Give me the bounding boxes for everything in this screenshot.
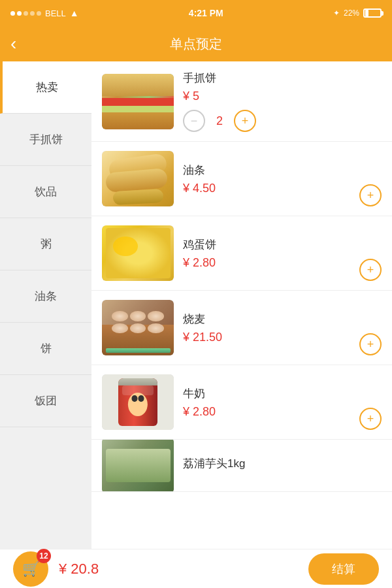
add-btn-2: +: [359, 184, 382, 206]
sidebar-label-porridge: 粥: [41, 237, 52, 252]
battery-percent: 22%: [344, 8, 359, 18]
carrier-label: BELL: [45, 8, 66, 18]
checkout-button[interactable]: 结算: [308, 553, 379, 585]
product-info-5: 牛奶 ¥ 2.80: [183, 386, 382, 419]
bottom-bar: 🛒 12 ¥ 20.8 结算: [0, 549, 392, 588]
sidebar-item-shouzhuabing[interactable]: 手抓饼: [0, 114, 91, 166]
product-list: 手抓饼 ¥ 5 − 2 + 油条 ¥ 4.50: [91, 61, 392, 549]
sidebar-item-porridge[interactable]: 粥: [0, 218, 91, 270]
product-item-6: 荔浦芋头1kg: [91, 440, 392, 492]
product-image-2: [102, 151, 174, 206]
product-name-5: 牛奶: [183, 386, 382, 401]
sidebar-label-hot: 热卖: [36, 80, 58, 95]
sidebar-item-youtiao[interactable]: 油条: [0, 270, 91, 323]
product-info-4: 烧麦 ¥ 21.50: [183, 312, 382, 344]
sidebar-label-fantuan: 饭团: [35, 393, 57, 408]
add-btn-3: +: [359, 259, 382, 281]
product-info-6: 荔浦芋头1kg: [183, 456, 382, 475]
product-info-3: 鸡蛋饼 ¥ 2.80: [183, 237, 382, 270]
status-bar: BELL ▲ 4:21 PM ✦ 22%: [0, 0, 392, 26]
add-btn-4: +: [359, 333, 382, 355]
cart-icon: 🛒: [22, 561, 40, 578]
product-item-2: 油条 ¥ 4.50 +: [91, 142, 392, 216]
sidebar-label-bing: 饼: [41, 341, 52, 356]
main-content: 热卖 手抓饼 饮品 粥 油条 饼 饭团: [0, 61, 392, 549]
sidebar-item-fantuan[interactable]: 饭团: [0, 375, 91, 427]
product-price-4: ¥ 21.50: [183, 331, 382, 344]
add-product-2[interactable]: +: [359, 184, 382, 206]
sidebar: 热卖 手抓饼 饮品 粥 油条 饼 饭团: [0, 61, 91, 549]
product-price-2: ¥ 4.50: [183, 182, 382, 195]
product-item-3: 鸡蛋饼 ¥ 2.80 +: [91, 216, 392, 291]
product-image-5: [102, 374, 174, 430]
qty-display-1: 2: [213, 114, 226, 128]
cart-badge: 12: [37, 549, 51, 563]
bluetooth-icon: ✦: [333, 8, 340, 18]
product-price-3: ¥ 2.80: [183, 256, 382, 270]
product-info-1: 手抓饼 ¥ 5 − 2 +: [183, 71, 382, 132]
cart-wrapper: 🛒 12: [13, 551, 48, 587]
add-product-4[interactable]: +: [359, 333, 382, 355]
battery-icon: [363, 8, 382, 18]
increase-btn-1[interactable]: +: [234, 110, 256, 132]
product-image-4: [102, 300, 174, 355]
product-image-1: [102, 74, 174, 129]
product-name-3: 鸡蛋饼: [183, 237, 382, 252]
product-price-5: ¥ 2.80: [183, 405, 382, 419]
product-name-2: 油条: [183, 163, 382, 178]
sidebar-label-youtiao: 油条: [35, 289, 57, 304]
signal-dots: [10, 11, 41, 16]
status-time: 4:21 PM: [189, 8, 223, 18]
sidebar-item-drinks[interactable]: 饮品: [0, 166, 91, 218]
product-image-3: [102, 225, 174, 281]
product-info-2: 油条 ¥ 4.50: [183, 163, 382, 195]
add-btn-5: +: [359, 408, 382, 430]
page-title: 单点预定: [170, 35, 222, 53]
sidebar-item-hot[interactable]: 热卖: [0, 61, 91, 114]
wifi-icon: ▲: [70, 8, 79, 18]
product-item-1: 手抓饼 ¥ 5 − 2 +: [91, 61, 392, 142]
total-price: ¥ 20.8: [59, 561, 298, 578]
back-button[interactable]: ‹: [10, 35, 16, 53]
add-product-5[interactable]: +: [359, 408, 382, 430]
status-right: ✦ 22%: [333, 8, 382, 18]
product-item-4: 烧麦 ¥ 21.50 +: [91, 291, 392, 365]
sidebar-label-shouzhuabing: 手抓饼: [29, 132, 63, 147]
product-item-5: 牛奶 ¥ 2.80 +: [91, 365, 392, 440]
product-name-4: 烧麦: [183, 312, 382, 327]
sidebar-item-bing[interactable]: 饼: [0, 323, 91, 375]
status-left: BELL ▲: [10, 8, 79, 18]
decrease-btn-1[interactable]: −: [183, 110, 205, 132]
product-name-1: 手抓饼: [183, 71, 382, 86]
add-product-3[interactable]: +: [359, 259, 382, 281]
nav-bar: ‹ 单点预定: [0, 26, 392, 61]
product-price-1: ¥ 5: [183, 90, 382, 103]
product-controls-1: − 2 +: [183, 110, 382, 132]
product-image-6: [102, 440, 174, 492]
product-name-6: 荔浦芋头1kg: [183, 456, 382, 471]
sidebar-label-drinks: 饮品: [35, 184, 57, 199]
